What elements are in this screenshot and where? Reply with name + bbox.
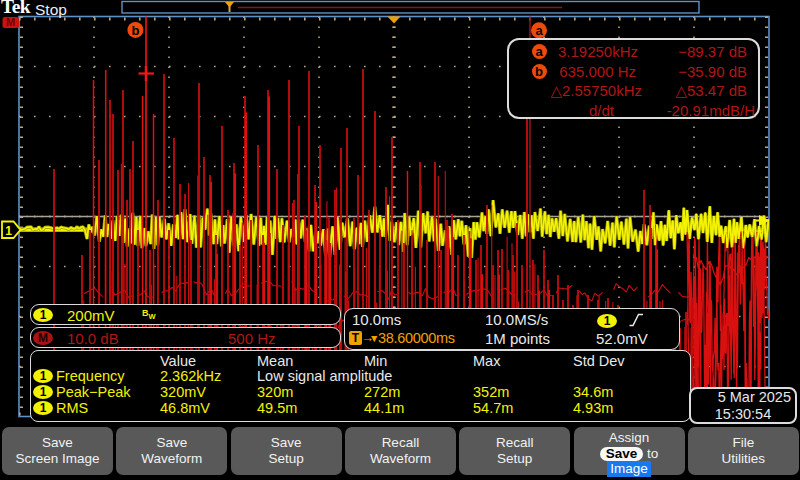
svg-text:b: b bbox=[131, 23, 139, 38]
svg-text:a: a bbox=[535, 23, 543, 38]
svg-text:1: 1 bbox=[5, 224, 12, 238]
